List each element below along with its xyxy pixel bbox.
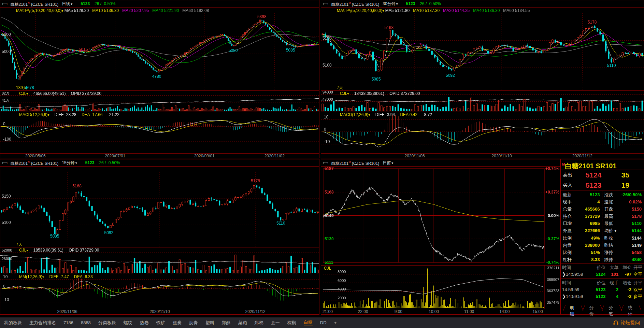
ma-settings[interactable]: MA组合(5,10,20,40,60,0)▾ MA5 5121.80MA10 5… [337, 8, 533, 14]
macd-m: -21.22 [108, 112, 119, 117]
symbol-name: 白糖2101M(CZCE SR101) [10, 159, 58, 167]
quote-field-label: 涨停 [604, 249, 613, 256]
taskbar-item-郑棉[interactable]: 郑棉 [255, 320, 263, 326]
quote-row: 持仓373729最高5178 [561, 213, 644, 220]
taskbar-item-郑醇[interactable]: 郑醇 [222, 320, 231, 326]
last-price: 5123 [406, 1, 415, 7]
link-icon[interactable]: ⊏⊐ [2, 1, 7, 7]
volume-pane[interactable]: CJL▾ 18438.00(39:61) OPID 373729.00 9400… [321, 91, 644, 112]
quote-row: 比例51%涨停5458 [561, 249, 644, 256]
macd-selector[interactable]: MM(12,26,9)▾ [19, 274, 44, 279]
last-price: 5123 [85, 160, 95, 166]
table-header: 价位 [586, 264, 606, 271]
forum-link[interactable]: 论坛提问 [613, 320, 640, 326]
table-header: 现手 [605, 280, 618, 286]
period-selector[interactable]: 日线▾ [62, 1, 72, 7]
quote-field-value: 49% [591, 234, 600, 242]
macd-selector[interactable]: MACD(12,26,9)▾ [19, 112, 49, 117]
macd-pane[interactable]: MACD(12,26,9)▾ DIFF -3.94 DEA 0.42 -8.72… [321, 112, 644, 154]
taskbar-item-焦炭[interactable]: 焦炭 [173, 320, 182, 326]
period-selector[interactable]: 日窗▾ [383, 160, 393, 166]
period-selector[interactable]: 15分钟▾ [62, 160, 77, 166]
time-label: 11:00 [464, 309, 474, 314]
macd-dea: DEA 0.42 [400, 112, 417, 117]
taskbar-item-铁矿[interactable]: 铁矿 [156, 320, 165, 326]
taskbar-item-7186[interactable]: 7186 [63, 320, 73, 325]
trading-terminal: ⊏⊐ 白糖2101M(CZCE SR101) 日线▾ 5123 -26 / -0… [0, 0, 644, 328]
chevron-down-icon: ▾ [61, 9, 63, 13]
macd-pane[interactable]: MM(12,26,9)▾ DIFF -7.47 DEA -6.33 100-10 [0, 274, 319, 309]
taskbar-item-白糖[interactable]: 白糖 [304, 319, 313, 326]
taskbar-item-螺纹[interactable]: 螺纹 [124, 320, 132, 326]
tab-2[interactable]: 分价 [585, 305, 600, 311]
macd-pane[interactable]: MACD(12,26,9)▾ DIFF -28.28 DEA -17.66 -2… [0, 112, 319, 154]
quote-field-label: 外盘 [563, 227, 572, 234]
bid-qty: 19 [609, 181, 642, 189]
quote-field-label: 昨收 [604, 234, 613, 242]
table-row: ❯14:59:585124101-97空平 [561, 271, 644, 278]
main-contract-mark: M [348, 160, 351, 164]
macd-diff: DIFF -7.47 [49, 274, 69, 279]
chevron-down-icon: ▾ [26, 92, 28, 96]
link-icon[interactable]: ⊏⊐ [323, 160, 328, 166]
taskbar-item-主力合约排名[interactable]: 主力合约排名 [29, 320, 56, 326]
chevron-down-icon: ▾ [396, 2, 398, 6]
quote-field-value: 238000 [585, 242, 600, 249]
taskbar-item-我的板块[interactable]: 我的板块 [4, 320, 22, 326]
quote-field-value: 5149 [632, 242, 642, 249]
taskbar-item-豆一[interactable]: 豆一 [271, 320, 280, 326]
chart-header-daily: ⊏⊐ 白糖2101M(CZCE SR101) 日线▾ 5123 -26 / -0… [0, 0, 319, 8]
price-pane[interactable]: MA组合(5,10,20,40,60,0)▾ MA5 5121.80MA10 5… [321, 8, 644, 91]
cjl-selector[interactable]: CJL▾ [19, 248, 28, 253]
quote-field-label: 持仓 [563, 213, 572, 220]
taskbar-item-DD[interactable]: DD [320, 320, 327, 325]
quote-field-label: 杠杆 [563, 256, 572, 263]
taskbar-item-分类板块[interactable]: 分类板块 [98, 320, 116, 326]
taskbar-item-菜粕[interactable]: 菜粕 [238, 320, 247, 326]
chevron-down-icon: ▾ [47, 113, 49, 117]
quote-row: 比例49%昨收5144 [561, 234, 644, 242]
cjl-selector[interactable]: CJL▾ [340, 91, 349, 96]
table-header: 价位 [586, 280, 606, 286]
taskbar-item-+[interactable]: + [334, 320, 337, 325]
ma-settings[interactable]: MA组合(5,10,20,40,60,0)▾ MA5 5128.20MA10 5… [16, 8, 212, 14]
price-pane[interactable]: MA组合(5,10,20,40,60,0)▾ MA5 5128.20MA10 5… [0, 8, 319, 91]
volume-pane[interactable]: CJL▾ 465666.00(49:51) OPID 373729.00 82万… [0, 91, 319, 112]
macd-dea: DEA -17.66 [82, 112, 102, 117]
link-icon[interactable]: ⊏⊐ [323, 1, 328, 7]
macd-selector[interactable]: MACD(12,26,9)▾ [340, 112, 370, 117]
ask-row[interactable]: 卖出 5124 35 [561, 170, 644, 180]
quote-row: 最新5123涨跌-26/0.50% [561, 191, 644, 198]
ma-value: MA40 5221.90 [152, 8, 179, 13]
quote-row: 杠杆8.33跌停4840 [561, 256, 644, 263]
taskbar-item-沥青[interactable]: 沥青 [189, 320, 198, 326]
taskbar-item-塑料[interactable]: 塑料 [205, 320, 214, 326]
link-icon[interactable]: ⊏⊐ [2, 160, 7, 166]
date-label: 2020/11/10 [492, 154, 512, 158]
volume-pane[interactable]: CJL▾ 18539.00(39:61) OPID 373729.00 5200… [0, 247, 319, 274]
table-row: ❯14:59:5951234-2多平 [561, 293, 644, 300]
taskbar-item-棕榈[interactable]: 棕榈 [287, 320, 296, 326]
intraday-price-pane[interactable]: 51875168514951305111+0.74%+0.37%0.00%-0.… [321, 167, 560, 266]
taskbar-item-热卷[interactable]: 热卷 [140, 320, 149, 326]
bid-row[interactable]: 买入 5123 19 [561, 180, 644, 190]
date-label: 2020/09/01 [194, 154, 215, 158]
ma-value: MA10 5137.30 [413, 8, 440, 13]
cjl-selector[interactable]: CJL▾ [19, 91, 28, 96]
quote-row: 外盘227666均价 ▾5144 [561, 227, 644, 234]
intraday-volume-pane[interactable]: CJL8000600040002000376211369907363723357… [321, 266, 560, 309]
period-selector[interactable]: 30分钟▾ [383, 1, 398, 7]
date-label: 2020/11/06 [57, 309, 77, 314]
taskbar-item-8888[interactable]: 8888 [81, 320, 91, 325]
symbol-name: 白糖2101M(CZCE SR101) [331, 0, 379, 8]
tick-table: 时间价位现手增仓开平14:59:5951232-2双平❯14:59:595123… [561, 279, 644, 301]
price-pane[interactable]: 51505100508551685092517851107天 [0, 167, 319, 247]
chevron-down-icon: ▾ [71, 2, 72, 6]
tab-divider [563, 305, 566, 311]
tab-3[interactable]: 分笔 [604, 305, 619, 311]
opid-value: OPID 373729.00 [69, 248, 99, 253]
tab-4[interactable]: 统计 [624, 305, 639, 311]
quote-field-value: 4 [597, 198, 600, 205]
tab-1[interactable]: 明细 [566, 305, 581, 311]
ask-price: 5124 [578, 171, 609, 179]
